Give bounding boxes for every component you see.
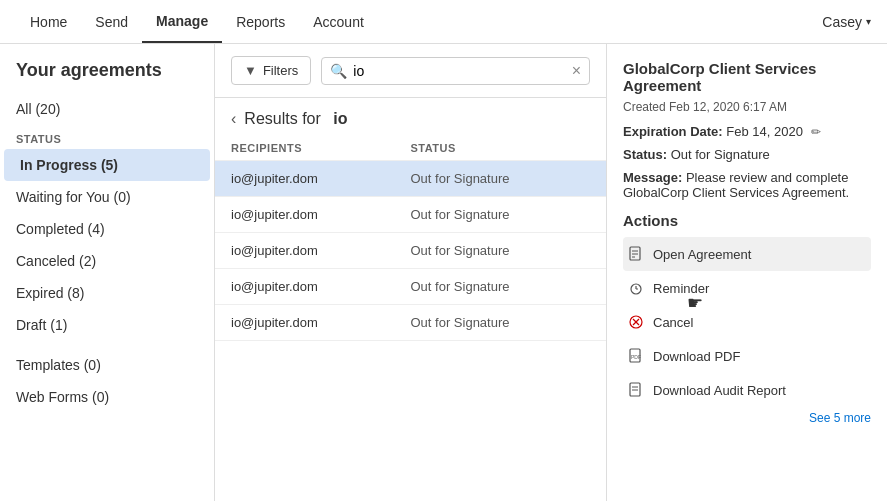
sidebar-item-webforms[interactable]: Web Forms (0): [0, 381, 214, 413]
nav-reports[interactable]: Reports: [222, 2, 299, 42]
search-input[interactable]: [353, 63, 571, 79]
actions-title: Actions: [623, 212, 871, 229]
sidebar-item-expired[interactable]: Expired (8): [0, 277, 214, 309]
action-cancel[interactable]: Cancel: [623, 305, 871, 339]
action-open-label: Open Agreement: [653, 247, 751, 262]
action-reminder[interactable]: Reminder: [623, 271, 871, 305]
sidebar-item-all[interactable]: All (20): [0, 93, 214, 125]
nav-manage[interactable]: Manage: [142, 1, 222, 43]
agreement-created: Created Feb 12, 2020 6:17 AM: [623, 100, 871, 114]
nav-send[interactable]: Send: [81, 2, 142, 42]
main-layout: Your agreements All (20) STATUS In Progr…: [0, 44, 887, 501]
search-input-wrap: 🔍 ×: [321, 57, 590, 85]
clock-icon: [627, 279, 645, 297]
action-download-audit[interactable]: Download Audit Report: [623, 373, 871, 407]
sidebar-item-canceled[interactable]: Canceled (2): [0, 245, 214, 277]
sidebar: Your agreements All (20) STATUS In Progr…: [0, 44, 215, 501]
recipient-email: io@jupiter.dom: [231, 315, 411, 330]
results-prefix: Results for: [244, 110, 320, 128]
sidebar-item-templates[interactable]: Templates (0): [0, 349, 214, 381]
expiration-row: Expiration Date: Feb 14, 2020 ✏: [623, 124, 871, 139]
status-label: Status:: [623, 147, 667, 162]
table-row[interactable]: io@jupiter.dom Out for Signature: [215, 161, 606, 197]
pdf-icon: PDF: [627, 347, 645, 365]
filter-icon: ▼: [244, 63, 257, 78]
search-icon: 🔍: [330, 63, 347, 79]
edit-icon[interactable]: ✏: [811, 125, 821, 139]
col-status: STATUS: [411, 142, 591, 154]
sidebar-title: Your agreements: [0, 60, 214, 93]
doc-icon: [627, 245, 645, 263]
action-download-pdf[interactable]: PDF Download PDF: [623, 339, 871, 373]
search-bar: ▼ Filters 🔍 ×: [215, 44, 606, 98]
filter-button[interactable]: ▼ Filters: [231, 56, 311, 85]
row-status: Out for Signature: [411, 243, 591, 258]
nav-account[interactable]: Account: [299, 2, 378, 42]
recipient-email: io@jupiter.dom: [231, 279, 411, 294]
sidebar-item-completed[interactable]: Completed (4): [0, 213, 214, 245]
sidebar-item-inprogress[interactable]: In Progress (5): [4, 149, 210, 181]
expiration-label: Expiration Date:: [623, 124, 723, 139]
recipient-email: io@jupiter.dom: [231, 171, 411, 186]
results-query: io: [333, 110, 347, 128]
row-status: Out for Signature: [411, 279, 591, 294]
sidebar-item-waitingforyou[interactable]: Waiting for You (0): [0, 181, 214, 213]
col-recipients: RECIPIENTS: [231, 142, 411, 154]
row-status: Out for Signature: [411, 315, 591, 330]
agreement-title: GlobalCorp Client Services Agreement: [623, 60, 871, 94]
results-header: ‹ Results for io: [215, 98, 606, 136]
status-value: Out for Signature: [671, 147, 770, 162]
filter-label: Filters: [263, 63, 298, 78]
action-open-agreement[interactable]: Open Agreement: [623, 237, 871, 271]
cancel-icon: [627, 313, 645, 331]
action-audit-label: Download Audit Report: [653, 383, 786, 398]
status-row: Status: Out for Signature: [623, 147, 871, 162]
row-status: Out for Signature: [411, 207, 591, 222]
see-more-link[interactable]: See 5 more: [623, 411, 871, 425]
recipient-email: io@jupiter.dom: [231, 243, 411, 258]
chevron-down-icon: ▾: [866, 16, 871, 27]
audit-icon: [627, 381, 645, 399]
table-row[interactable]: io@jupiter.dom Out for Signature: [215, 197, 606, 233]
results-list: io@jupiter.dom Out for Signature io@jupi…: [215, 161, 606, 501]
user-menu[interactable]: Casey ▾: [822, 14, 871, 30]
back-arrow[interactable]: ‹: [231, 110, 236, 128]
table-row[interactable]: io@jupiter.dom Out for Signature: [215, 269, 606, 305]
center-panel: ▼ Filters 🔍 × ‹ Results for io RECIPIENT…: [215, 44, 607, 501]
sidebar-item-draft[interactable]: Draft (1): [0, 309, 214, 341]
table-row[interactable]: io@jupiter.dom Out for Signature: [215, 233, 606, 269]
row-status: Out for Signature: [411, 171, 591, 186]
nav-home[interactable]: Home: [16, 2, 81, 42]
clear-search-button[interactable]: ×: [572, 62, 581, 80]
expiration-value: Feb 14, 2020: [726, 124, 803, 139]
action-reminder-label: Reminder: [653, 281, 709, 296]
sidebar-section-status: STATUS: [0, 125, 214, 149]
table-row[interactable]: io@jupiter.dom Out for Signature: [215, 305, 606, 341]
message-label: Message:: [623, 170, 682, 185]
action-pdf-label: Download PDF: [653, 349, 740, 364]
user-name: Casey: [822, 14, 862, 30]
table-header: RECIPIENTS STATUS: [215, 136, 606, 161]
top-nav: Home Send Manage Reports Account Casey ▾: [0, 0, 887, 44]
recipient-email: io@jupiter.dom: [231, 207, 411, 222]
action-cancel-label: Cancel: [653, 315, 693, 330]
svg-text:PDF: PDF: [631, 354, 641, 360]
right-panel: GlobalCorp Client Services Agreement Cre…: [607, 44, 887, 501]
message-row: Message: Please review and complete Glob…: [623, 170, 871, 200]
